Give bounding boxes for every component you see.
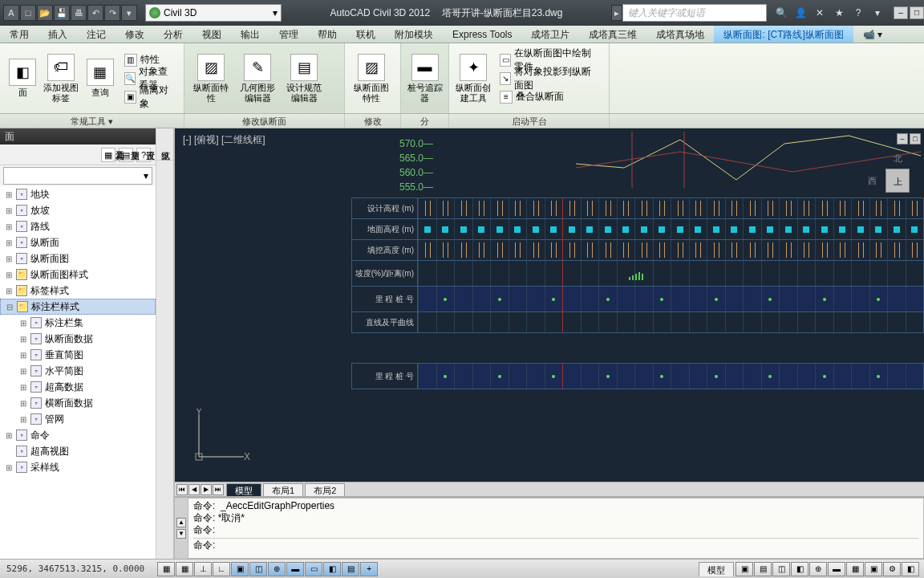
infocenter-arrow[interactable]: ▸	[611, 5, 622, 21]
tree-item[interactable]: ⊞▫标注栏集	[0, 315, 156, 331]
ribbon-tab[interactable]: 附加模块	[385, 26, 443, 43]
tree-expand-icon[interactable]: ⊞	[19, 367, 27, 376]
command-history-up-icon[interactable]: ▲	[176, 518, 186, 527]
command-input[interactable]: 命令:	[193, 538, 918, 552]
tree-item[interactable]: ▫超高视图	[0, 443, 156, 459]
status-toggle[interactable]: ▤	[342, 562, 359, 576]
layout-prev-button[interactable]: ◀	[188, 484, 200, 495]
ribbon-panel-title[interactable]: 修改纵断面	[184, 114, 345, 128]
ribbon-button[interactable]: ◧面	[5, 59, 40, 98]
tree-expand-icon[interactable]: ⊞	[5, 287, 13, 295]
ribbon-button[interactable]: ▦查询	[83, 59, 118, 98]
record-icon[interactable]: 📹 ▾	[853, 26, 892, 43]
ribbon-tab[interactable]: 分析	[154, 26, 192, 43]
tree-expand-icon[interactable]: ⊞	[5, 222, 13, 231]
toolspace-side-tab[interactable]: 工具箱	[112, 128, 128, 161]
ribbon-tab[interactable]: 成塔真三维	[579, 26, 646, 43]
status-toggle[interactable]: ◧	[323, 562, 341, 576]
ribbon-tab[interactable]: 成塔真场地	[646, 26, 714, 43]
tree-item[interactable]: ⊞▫管网	[0, 411, 156, 427]
toolspace-side-tab[interactable]: 纵览	[158, 128, 173, 161]
ribbon-panel-title[interactable]: 修改视图	[345, 114, 401, 128]
layout-tab[interactable]: 布局2	[305, 483, 345, 496]
ribbon-item[interactable]: ↘将对象投影到纵断面图	[496, 70, 604, 88]
ribbon-tab[interactable]: 注记	[77, 26, 116, 43]
tree-item[interactable]: ⊞📁标签样式	[0, 283, 156, 299]
layout-tab[interactable]: 模型	[226, 483, 261, 496]
status-right-button[interactable]: ◧	[791, 562, 808, 576]
status-toggle[interactable]: ∟	[213, 562, 230, 576]
toolspace-side-tab[interactable]: 测量	[128, 128, 143, 161]
tree-expand-icon[interactable]: ⊟	[6, 303, 14, 311]
tree-item[interactable]: ⊞▫采样线	[0, 459, 156, 475]
search-icon[interactable]: 🔍	[773, 5, 789, 21]
status-toggle[interactable]: ⊥	[194, 562, 212, 576]
tree-expand-icon[interactable]: ⊞	[5, 254, 13, 263]
status-right-button[interactable]: ⚙	[883, 562, 901, 576]
status-toggle[interactable]: ▭	[305, 562, 322, 576]
ribbon-tab[interactable]: 输出	[231, 26, 270, 43]
ribbon-button[interactable]: ▨纵断面特性	[189, 54, 233, 104]
status-right-button[interactable]: ▣	[736, 562, 753, 576]
ribbon-button[interactable]: ✎几何图形编辑器	[236, 54, 279, 104]
app-menu-button[interactable]: A	[3, 5, 19, 21]
help-icon[interactable]: ?	[850, 5, 866, 21]
tree-expand-icon[interactable]: ⊞	[5, 463, 13, 472]
layout-last-button[interactable]: ⏭	[213, 484, 224, 495]
viewport-label[interactable]: [-] [俯视] [二维线框]	[183, 133, 265, 147]
model-viewport[interactable]: [-] [俯视] [二维线框] – □ 570.0—565.0—560.0—55…	[175, 128, 924, 482]
tree-expand-icon[interactable]: ⊞	[19, 351, 27, 360]
qat-dropdown-icon[interactable]: ▾	[121, 5, 137, 21]
undo-icon[interactable]: ↶	[87, 5, 103, 21]
status-toggle[interactable]: ◫	[249, 562, 267, 576]
help-dropdown-icon[interactable]: ▾	[869, 5, 886, 21]
tree-item[interactable]: ⊞▫超高数据	[0, 379, 156, 395]
tree-item[interactable]: ⊞▫纵断面	[0, 234, 156, 250]
ribbon-tab[interactable]: 常用	[0, 26, 38, 43]
ribbon-item[interactable]: ≡叠合纵断面	[496, 88, 604, 106]
status-toggle[interactable]: ▦	[157, 562, 175, 576]
layout-first-button[interactable]: ⏮	[176, 484, 188, 495]
tree-expand-icon[interactable]: ⊞	[5, 431, 13, 440]
viewcube-face[interactable]: 上	[886, 169, 910, 193]
open-icon[interactable]: 📂	[37, 5, 53, 21]
tree-item[interactable]: ⊞📁纵断面图样式	[0, 267, 156, 283]
status-right-button[interactable]: ◫	[772, 562, 790, 576]
tree-expand-icon[interactable]: ⊞	[5, 271, 13, 279]
ribbon-tab[interactable]: 管理	[270, 26, 308, 43]
ribbon-tab[interactable]: 帮助	[308, 26, 346, 43]
toolspace-tree[interactable]: ⊞▫地块⊞▫放坡⊞▫路线⊞▫纵断面⊞▫纵断面图⊞📁纵断面图样式⊞📁标签样式⊟📁标…	[0, 186, 156, 559]
tree-item[interactable]: ⊞▫横断面数据	[0, 395, 156, 411]
status-right-button[interactable]: ▤	[754, 562, 772, 576]
ribbon-button[interactable]: ✦纵断面创建工具	[454, 54, 493, 104]
status-right-button[interactable]: ◧	[902, 562, 919, 576]
toolspace-filter-combo[interactable]: ▾	[3, 167, 152, 185]
ribbon-button[interactable]: 🏷添加视图标签	[43, 54, 79, 104]
minimize-button[interactable]: –	[894, 6, 908, 19]
workspace-combo[interactable]: Civil 3D ▾	[145, 4, 282, 22]
tree-expand-icon[interactable]: ⊞	[19, 319, 27, 328]
status-toggle[interactable]: ⊕	[268, 562, 286, 576]
status-toggle[interactable]: ▦	[176, 562, 193, 576]
redo-icon[interactable]: ↷	[104, 5, 120, 21]
search-input[interactable]: 键入关键字或短语	[622, 4, 767, 22]
status-right-button[interactable]: ⊕	[809, 562, 827, 576]
ribbon-tab[interactable]: 插入	[38, 26, 77, 43]
print-icon[interactable]: 🖶	[71, 5, 87, 21]
status-right-button[interactable]: ▦	[846, 562, 864, 576]
tree-item[interactable]: ⊞▫水平简图	[0, 363, 156, 379]
exchange-icon[interactable]: ✕	[812, 5, 828, 21]
status-right-button[interactable]: ▣	[865, 562, 882, 576]
tree-expand-icon[interactable]: ⊞	[19, 335, 27, 344]
maximize-button[interactable]: □	[910, 6, 924, 19]
status-toggle[interactable]: ▬	[286, 562, 304, 576]
ribbon-tab[interactable]: 联机	[346, 26, 385, 43]
ribbon-tab[interactable]: 纵断面图: [CT路线]纵断面图	[714, 26, 853, 43]
status-toggle[interactable]: +	[360, 562, 378, 576]
ribbon-button[interactable]: ▬桩号追踪器	[406, 54, 444, 104]
status-toggle[interactable]: ▣	[231, 562, 249, 576]
ribbon-tab[interactable]: 视图	[192, 26, 231, 43]
tree-item[interactable]: ⊞▫地块	[0, 186, 156, 202]
ribbon-panel-title[interactable]: 常规工具 ▾	[0, 114, 184, 128]
ribbon-button[interactable]: ▤设计规范编辑器	[282, 54, 326, 104]
